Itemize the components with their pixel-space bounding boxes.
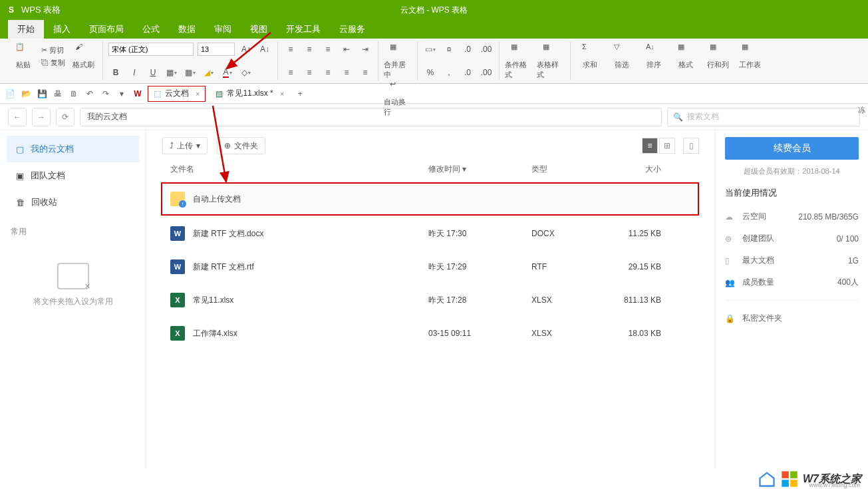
view-detail-button[interactable]: ▯ (683, 138, 699, 154)
menu-cloud[interactable]: 云服务 (330, 20, 374, 39)
comma-icon[interactable]: , (442, 66, 456, 79)
nav-row: ← → ⟳ 我的云文档 🔍 搜索文档 (0, 104, 868, 130)
align-left-icon[interactable]: ≡ (283, 66, 298, 79)
underline-button[interactable]: U (146, 66, 160, 79)
svg-rect-4 (782, 480, 789, 487)
percent-icon[interactable]: % (423, 66, 438, 79)
dec3-icon[interactable]: .00 (479, 66, 494, 79)
menu-developer[interactable]: 开发工具 (277, 20, 330, 39)
wps-logo-icon[interactable]: W (132, 88, 144, 100)
qat-new-icon[interactable]: 📄 (4, 88, 16, 100)
qat-undo-icon[interactable]: ↶ (84, 88, 96, 100)
tab-cloud-doc[interactable]: ⬚ 云文档 × (148, 86, 206, 102)
close-icon[interactable]: × (196, 90, 200, 98)
filter-button[interactable]: ▽筛选 (608, 43, 636, 70)
menu-view[interactable]: 视图 (241, 20, 277, 39)
qat-save-icon[interactable]: 💾 (36, 88, 48, 100)
private-folder-link[interactable]: 🔒私密文件夹 (725, 307, 859, 329)
view-grid-button[interactable]: ⊞ (659, 138, 675, 154)
xlsx-icon: X (170, 326, 185, 341)
forward-button[interactable]: → (32, 108, 51, 126)
align-justify-icon[interactable]: ≡ (339, 66, 354, 79)
table-row[interactable]: W新建 RTF 文档.rtf昨天 17:29RTF29.15 KB (162, 250, 699, 283)
back-button[interactable]: ← (8, 108, 27, 126)
align-right-icon[interactable]: ≡ (321, 66, 335, 79)
search-box[interactable]: 🔍 搜索文档 (667, 108, 860, 126)
menu-insert[interactable]: 插入 (44, 20, 80, 39)
view-list-button[interactable]: ≡ (642, 138, 658, 154)
file-type: DOCX (531, 229, 608, 238)
align-top-icon[interactable]: ≡ (283, 43, 298, 56)
dropzone[interactable]: 将文件夹拖入设为常用 (7, 263, 139, 307)
border-button[interactable]: ▦▾ (164, 66, 179, 79)
copy-button[interactable]: ⿻复制 (41, 58, 65, 68)
sidebar-item-my-cloud[interactable]: ▢ 我的云文档 (7, 136, 139, 162)
worksheet-button[interactable]: ▦工作表 (736, 43, 764, 70)
qat-print-icon[interactable]: 🖶 (52, 88, 64, 100)
refresh-button[interactable]: ⟳ (56, 108, 74, 126)
close-icon[interactable]: × (280, 90, 284, 98)
currency-icon[interactable]: ¤ (442, 43, 456, 56)
font-size-select[interactable] (198, 43, 235, 56)
tab-file[interactable]: ▤ 常见11.xlsx * × (210, 86, 290, 102)
font-name-select[interactable] (108, 43, 194, 56)
clear-format-button[interactable]: ◇▾ (239, 66, 253, 79)
decrease-font-icon[interactable]: A↓ (257, 43, 272, 56)
menu-page-layout[interactable]: 页面布局 (80, 20, 133, 39)
cube-icon: ⬚ (154, 89, 161, 98)
upload-button[interactable]: ⤴上传▾ (162, 137, 208, 154)
paste-button[interactable]: 📋 粘贴 (9, 43, 37, 70)
align-center-icon[interactable]: ≡ (302, 66, 317, 79)
menu-formula[interactable]: 公式 (133, 20, 169, 39)
format-icon: ▦ (678, 43, 694, 59)
align-middle-icon[interactable]: ≡ (302, 43, 317, 56)
sidebar-item-trash[interactable]: 🗑 回收站 (7, 189, 139, 216)
sum-button[interactable]: Σ求和 (576, 43, 604, 70)
sidebar-item-team[interactable]: ▣ 团队文档 (7, 162, 139, 189)
qat-more-icon[interactable]: ▾ (116, 88, 128, 100)
rows-cols-button[interactable]: ▦行和列 (704, 43, 732, 70)
qat-open-icon[interactable]: 📂 (20, 88, 32, 100)
indent-dec-icon[interactable]: ⇤ (339, 43, 354, 56)
decimal-inc-icon[interactable]: .0 (460, 43, 475, 56)
qat-preview-icon[interactable]: 🗎 (68, 88, 80, 100)
cut-button[interactable]: ✂剪切 (41, 45, 65, 55)
table-row[interactable]: 自动上传文档 (161, 182, 699, 216)
sort-button[interactable]: A↓排序 (640, 43, 668, 70)
col-name[interactable]: 文件名 (162, 164, 428, 175)
renew-member-button[interactable]: 续费会员 (725, 137, 859, 160)
format-button[interactable]: ▦格式 (672, 43, 700, 70)
font-color-button[interactable]: A▾ (220, 66, 235, 79)
increase-font-icon[interactable]: A↑ (239, 43, 253, 56)
menu-start[interactable]: 开始 (8, 20, 44, 39)
col-size[interactable]: 大小 (608, 164, 661, 175)
table-row[interactable]: X常见11.xlsx昨天 17:28XLSX811.13 KB (162, 283, 699, 317)
merge-center-button[interactable]: ▦ 合并居中 (384, 43, 412, 80)
wrap-text-button[interactable]: ↩ 自动换行 (384, 80, 412, 117)
number-format-icon[interactable]: ▭▾ (423, 43, 438, 56)
table-row[interactable]: W新建 RTF 文档.docx昨天 17:30DOCX11.25 KB (162, 217, 699, 250)
format-painter-button[interactable]: 🖌 格式刷 (69, 43, 97, 70)
fill-color-button[interactable]: ◢▾ (202, 66, 216, 79)
new-folder-button[interactable]: ⊕文件夹 (217, 137, 265, 154)
breadcrumb[interactable]: 我的云文档 (80, 108, 662, 126)
ribbon-align: ≡ ≡ ≡ ⇤ ⇥ ≡ ≡ ≡ ≡ ≡ (278, 41, 378, 81)
cond-format-button[interactable]: ▦条件格式 (505, 43, 533, 80)
italic-button[interactable]: I (127, 66, 142, 79)
col-time[interactable]: 修改时间 ▾ (428, 164, 531, 175)
decimal-dec-icon[interactable]: .00 (479, 43, 494, 56)
freeze-truncated-label: 冻 (858, 105, 865, 115)
col-type[interactable]: 类型 (531, 164, 608, 175)
qat-redo-icon[interactable]: ↷ (100, 88, 112, 100)
align-bottom-icon[interactable]: ≡ (321, 43, 335, 56)
bold-button[interactable]: B (108, 66, 123, 79)
table-style-button[interactable]: ▦表格样式 (537, 43, 565, 80)
border2-button[interactable]: ▦▾ (183, 66, 198, 79)
table-row[interactable]: X工作簿4.xlsx03-15 09:11XLSX18.03 KB (162, 317, 699, 350)
menu-data[interactable]: 数据 (169, 20, 205, 39)
indent-inc-icon[interactable]: ⇥ (358, 43, 372, 56)
dec2-icon[interactable]: .0 (460, 66, 475, 79)
new-tab-button[interactable]: + (294, 88, 306, 100)
menu-review[interactable]: 审阅 (205, 20, 241, 39)
align-misc-icon[interactable]: ≡ (358, 66, 372, 79)
